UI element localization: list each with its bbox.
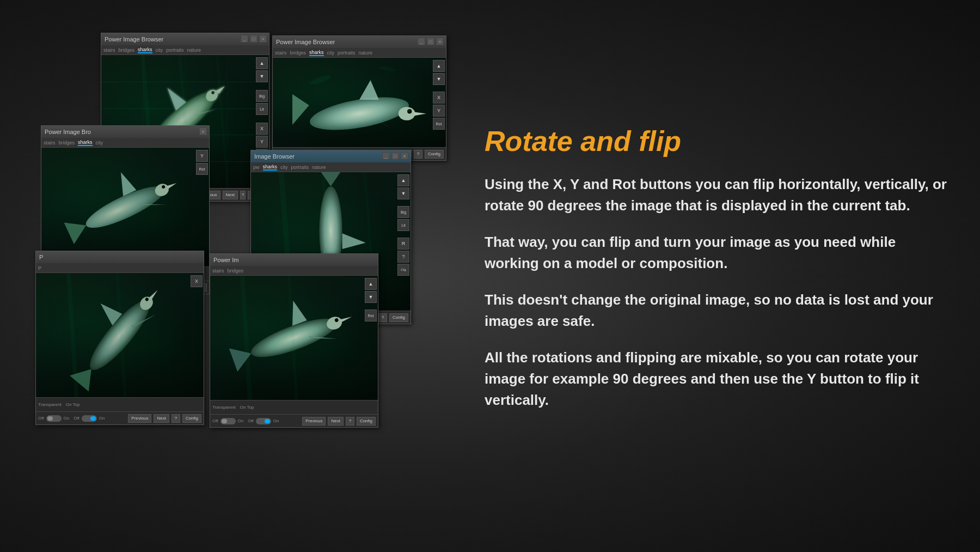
- next-btn-6[interactable]: Next: [328, 417, 343, 426]
- panel-4-maximize[interactable]: □: [391, 152, 399, 160]
- tab-bridges-3[interactable]: bridges: [59, 140, 75, 145]
- rot-btn-2[interactable]: Rot: [433, 118, 445, 130]
- shark-svg-6: [210, 276, 378, 400]
- panel-1-side-btns: ▲ ▼ Big Lit X Y Rot: [255, 55, 269, 163]
- panel-4-titlebar: Image Browser _ □ ×: [251, 150, 411, 162]
- big-btn-4[interactable]: Big: [397, 206, 409, 218]
- tab-sharks-4[interactable]: sharks: [263, 164, 278, 171]
- help-btn-5[interactable]: ?: [171, 414, 180, 423]
- tab-nature-4[interactable]: nature: [312, 165, 326, 170]
- tab-p5[interactable]: P: [38, 265, 41, 271]
- tab-stairs-2[interactable]: stairs: [275, 50, 287, 56]
- panel-2-minimize[interactable]: _: [418, 38, 425, 45]
- ontop-toggle-5[interactable]: [82, 415, 97, 422]
- tab-sharks-3[interactable]: sharks: [78, 139, 93, 146]
- panel-1-titlebar: Power Image Browser _ □ ×: [101, 33, 269, 45]
- tab-city-1[interactable]: city: [156, 47, 163, 53]
- svg-marker-26: [167, 181, 177, 189]
- tab-portraits-4[interactable]: portraits: [291, 165, 309, 170]
- panel-1-minimize[interactable]: _: [241, 35, 248, 43]
- next-btn-1[interactable]: Next: [223, 191, 238, 199]
- tab-portraits-2[interactable]: portraits: [338, 50, 356, 56]
- text-content-area: Rotate and flip Using the X, Y and Rot b…: [463, 0, 980, 552]
- next-btn-5[interactable]: Next: [154, 414, 169, 423]
- lit-btn-4[interactable]: Lit: [397, 219, 409, 231]
- off-label-6: Off: [212, 418, 218, 423]
- tab-nature-1[interactable]: nature: [187, 47, 201, 53]
- x-btn-2[interactable]: X: [433, 92, 445, 104]
- config-btn-2[interactable]: Config: [425, 150, 444, 159]
- x-btn-1[interactable]: X: [256, 123, 268, 135]
- config-btn-4s[interactable]: Cfg: [397, 264, 409, 276]
- paragraph-4: All the rotations and flipping are mixab…: [485, 347, 947, 411]
- help-btn-4[interactable]: ?: [378, 313, 387, 322]
- panel-1-tabs: stairs bridges sharks city portraits nat…: [101, 45, 269, 55]
- tab-stairs-3[interactable]: stairs: [44, 140, 56, 145]
- help-btn-4s[interactable]: ?: [397, 251, 409, 263]
- y-btn-1[interactable]: Y: [256, 136, 268, 148]
- help-btn-2[interactable]: ?: [414, 150, 422, 159]
- panel-4-close[interactable]: ×: [401, 152, 408, 160]
- panel-2-close[interactable]: ×: [436, 38, 444, 45]
- scroll-up-2[interactable]: ▲: [433, 60, 445, 72]
- y-btn-3[interactable]: Y: [196, 150, 208, 162]
- config-btn-6[interactable]: Config: [357, 417, 376, 426]
- shark-svg-2: [273, 58, 446, 147]
- x-btn-5[interactable]: X: [191, 275, 203, 287]
- prev-btn-5[interactable]: Previous: [128, 414, 151, 423]
- panel-1-maximize[interactable]: □: [250, 35, 258, 43]
- panel-5-controls: Off On Off On Previous Next ? Config: [36, 411, 204, 424]
- transparent-toggle-6[interactable]: [220, 418, 236, 424]
- lit-btn-1[interactable]: Lit: [256, 103, 268, 115]
- config-btn-4[interactable]: Config: [389, 313, 408, 322]
- panel-4-minimize[interactable]: _: [382, 152, 390, 160]
- prev-btn-6[interactable]: Previous: [302, 417, 326, 426]
- paragraph-2: That way, you can flip and turn your ima…: [485, 232, 947, 274]
- tab-city-2[interactable]: city: [327, 50, 335, 56]
- rot-btn-3[interactable]: Rot: [196, 163, 208, 175]
- tab-bridges-2[interactable]: bridges: [290, 50, 307, 56]
- tab-sharks-2[interactable]: sharks: [309, 50, 324, 56]
- svg-point-11: [308, 91, 412, 136]
- scroll-dn-4[interactable]: ▼: [397, 187, 409, 199]
- panel-5-side-btns: X: [189, 273, 204, 289]
- tab-portraits-1[interactable]: portraits: [166, 47, 184, 53]
- tab-nature-2[interactable]: nature: [359, 50, 373, 56]
- tab-bridges-1[interactable]: bridges: [119, 47, 135, 53]
- help-btn-6[interactable]: ?: [346, 417, 354, 426]
- panel-3-side-btns: Y Rot: [195, 148, 209, 177]
- panel-2-maximize[interactable]: □: [427, 38, 434, 45]
- panel-3-titlebar: Power Image Bro ×: [41, 126, 209, 138]
- svg-line-54: [242, 276, 250, 400]
- tab-stairs-6[interactable]: stairs: [212, 268, 224, 274]
- config-btn-5[interactable]: Config: [182, 414, 201, 423]
- scroll-up-6[interactable]: ▲: [365, 278, 377, 290]
- rot-btn-6[interactable]: Rot: [365, 310, 377, 322]
- scroll-up-btn-1[interactable]: ▲: [256, 57, 268, 69]
- tab-stairs-1[interactable]: stairs: [103, 47, 115, 53]
- help-btn-1[interactable]: ?: [240, 191, 246, 199]
- panel-6-controls: Off On Off On Previous Next ? Config: [210, 414, 378, 427]
- ontop-toggle-6[interactable]: [256, 418, 271, 424]
- scroll-dn-6[interactable]: ▼: [365, 291, 377, 303]
- tab-city-3[interactable]: city: [96, 140, 103, 145]
- big-btn-1[interactable]: Big: [256, 90, 268, 102]
- scroll-down-btn-1[interactable]: ▼: [256, 70, 268, 82]
- tab-sharks-1[interactable]: sharks: [138, 47, 152, 53]
- panel-6-side-btns: ▲ ▼ Rot: [364, 276, 378, 324]
- transparent-toggle-5[interactable]: [46, 415, 62, 422]
- scroll-dn-2[interactable]: ▼: [433, 73, 445, 85]
- panel-3-close[interactable]: ×: [199, 128, 207, 135]
- tab-bridges-6[interactable]: bridges: [228, 268, 244, 274]
- tab-city-4[interactable]: city: [280, 165, 288, 170]
- panel-5: P P: [35, 251, 204, 425]
- panel-5-titlebar: P: [36, 251, 204, 263]
- y-btn-2[interactable]: Y: [433, 105, 445, 117]
- panel-2-title: Power Image Browser: [276, 39, 335, 45]
- svg-marker-22: [64, 215, 91, 244]
- scroll-up-4[interactable]: ▲: [397, 174, 409, 186]
- panel-1-close[interactable]: ×: [259, 35, 267, 43]
- svg-line-45: [69, 273, 77, 397]
- r-btn-4[interactable]: R: [397, 238, 409, 250]
- tab-pw-4[interactable]: pw: [253, 165, 260, 170]
